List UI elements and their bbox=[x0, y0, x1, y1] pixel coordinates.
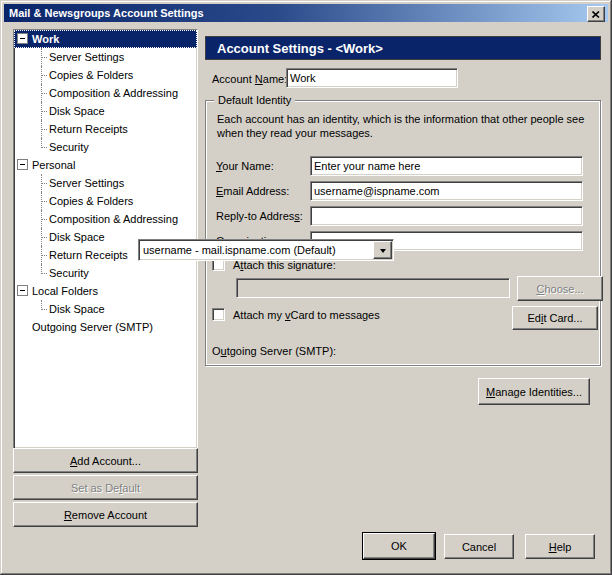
tree-item-composition-addressing[interactable]: Composition & Addressing bbox=[14, 210, 197, 228]
tree-item-return-receipts[interactable]: Return Receipts bbox=[14, 120, 197, 138]
email-address-input[interactable] bbox=[310, 181, 583, 201]
help-label: Help bbox=[549, 541, 572, 553]
tree-item-server-settings[interactable]: Server Settings bbox=[14, 48, 197, 66]
email-address-label: Email Address: bbox=[216, 185, 289, 197]
ok-button[interactable]: OK bbox=[363, 533, 435, 559]
collapse-icon[interactable] bbox=[17, 159, 28, 170]
close-icon bbox=[592, 11, 600, 18]
reply-to-input[interactable] bbox=[310, 206, 583, 226]
identity-description: Each account has an identity, which is t… bbox=[217, 112, 595, 140]
edit-card-label: Edit Card... bbox=[527, 312, 582, 324]
tree-item-label: Return Receipts bbox=[47, 246, 130, 264]
cancel-button[interactable]: Cancel bbox=[444, 534, 514, 559]
tree-item-label: Return Receipts bbox=[47, 120, 130, 138]
account-name-label: Account Name: bbox=[212, 73, 287, 85]
tree-item-personal[interactable]: Personal bbox=[14, 156, 197, 174]
chevron-down-icon bbox=[380, 249, 386, 256]
tree-item-label: Security bbox=[47, 138, 91, 156]
cancel-label: Cancel bbox=[462, 541, 496, 553]
tree-item-label: Server Settings bbox=[47, 174, 126, 192]
outgoing-server-select[interactable]: username - mail.ispname.com (Default) bbox=[138, 239, 394, 261]
title-bar: Mail & Newsgroups Account Settings bbox=[4, 4, 608, 22]
ok-label: OK bbox=[391, 540, 407, 552]
tree-item-local-folders[interactable]: Local Folders bbox=[14, 282, 197, 300]
choose-label: Choose... bbox=[536, 283, 583, 295]
tree-item-copies-folders[interactable]: Copies & Folders bbox=[14, 66, 197, 84]
tree-item-label: Outgoing Server (SMTP) bbox=[30, 318, 155, 336]
edit-card-button[interactable]: Edit Card... bbox=[512, 306, 598, 330]
manage-identities-label: Manage Identities... bbox=[486, 386, 582, 398]
tree-item-disk-space[interactable]: Disk Space bbox=[14, 300, 197, 318]
tree-item-label: Personal bbox=[30, 156, 77, 174]
outgoing-server-label: Outgoing Server (SMTP): bbox=[212, 345, 336, 357]
add-account-label: Add Account... bbox=[70, 455, 141, 467]
tree-item-label: Server Settings bbox=[47, 48, 126, 66]
manage-identities-button[interactable]: Manage Identities... bbox=[478, 378, 590, 405]
help-button[interactable]: Help bbox=[525, 534, 595, 559]
dropdown-arrow-button[interactable] bbox=[373, 241, 392, 259]
tree-item-disk-space[interactable]: Disk Space bbox=[14, 102, 197, 120]
attach-vcard-label: Attach my vCard to messages bbox=[233, 309, 380, 321]
tree-item-label: Security bbox=[47, 264, 91, 282]
tree-item-label: Composition & Addressing bbox=[47, 210, 180, 228]
add-account-button[interactable]: Add Account... bbox=[13, 448, 198, 473]
tree-item-label: Disk Space bbox=[47, 102, 107, 120]
remove-account-label: Remove Account bbox=[64, 509, 147, 521]
tree-item-work[interactable]: Work bbox=[14, 30, 197, 48]
tree-item-composition-addressing[interactable]: Composition & Addressing bbox=[14, 84, 197, 102]
tree-item-label: Composition & Addressing bbox=[47, 84, 180, 102]
tree-item-outgoing-server-smtp[interactable]: Outgoing Server (SMTP) bbox=[14, 318, 197, 336]
tree-item-copies-folders[interactable]: Copies & Folders bbox=[14, 192, 197, 210]
tree-item-label: Copies & Folders bbox=[47, 66, 135, 84]
attach-vcard-checkbox[interactable] bbox=[212, 308, 225, 321]
tree-item-security[interactable]: Security bbox=[14, 138, 197, 156]
panel-header: Account Settings - <Work> bbox=[205, 36, 601, 60]
your-name-label: Your Name: bbox=[216, 160, 274, 172]
tree-item-label: Local Folders bbox=[30, 282, 100, 300]
outgoing-server-value: username - mail.ispname.com (Default) bbox=[143, 242, 336, 258]
close-button[interactable] bbox=[587, 6, 605, 22]
remove-account-button[interactable]: Remove Account bbox=[13, 502, 198, 527]
tree-item-server-settings[interactable]: Server Settings bbox=[14, 174, 197, 192]
tree-item-label: Work bbox=[30, 30, 61, 48]
choose-button: Choose... bbox=[517, 276, 603, 301]
collapse-icon[interactable] bbox=[17, 285, 28, 296]
reply-to-label: Reply-to Address: bbox=[216, 210, 303, 222]
account-settings-window: Mail & Newsgroups Account Settings WorkS… bbox=[0, 0, 612, 575]
tree-item-security[interactable]: Security bbox=[14, 264, 197, 282]
set-as-default-button[interactable]: Set as Default bbox=[13, 475, 198, 500]
window-title: Mail & Newsgroups Account Settings bbox=[4, 7, 204, 19]
tree-item-label: Disk Space bbox=[47, 228, 107, 246]
group-legend: Default Identity bbox=[214, 94, 295, 106]
panel-header-title: Account Settings - <Work> bbox=[217, 41, 383, 56]
tree-item-label: Copies & Folders bbox=[47, 192, 135, 210]
signature-path-input bbox=[236, 278, 510, 298]
collapse-icon[interactable] bbox=[17, 33, 28, 44]
account-name-input[interactable] bbox=[286, 68, 458, 88]
set-as-default-label: Set as Default bbox=[71, 482, 140, 494]
tree-item-label: Disk Space bbox=[47, 300, 107, 318]
your-name-input[interactable] bbox=[310, 156, 583, 176]
